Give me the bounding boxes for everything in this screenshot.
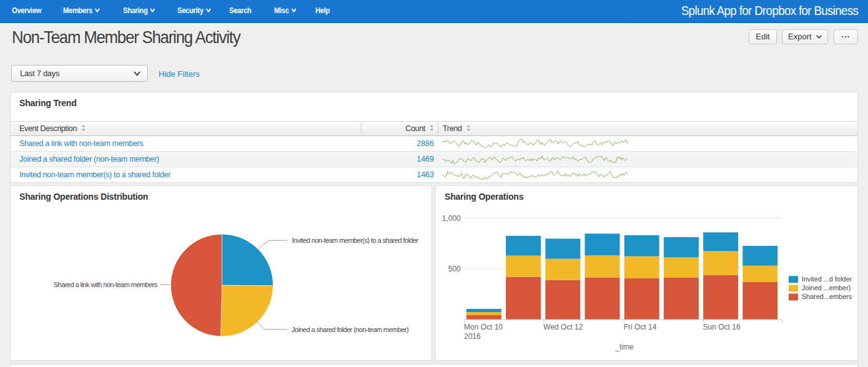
svg-text:Invited ...d folder: Invited ...d folder [802,275,852,283]
svg-text:Wed Oct 12: Wed Oct 12 [543,323,583,331]
svg-text:Invited non-team member(s) to: Invited non-team member(s) to a shared f… [292,237,419,244]
svg-text:Sun Oct 16: Sun Oct 16 [703,323,741,331]
svg-text:Shared...embers: Shared...embers [802,293,852,300]
svg-text:Joined a shared folder (non-te: Joined a shared folder (non-team member) [292,326,408,333]
svg-text:1,000: 1,000 [442,214,461,223]
svg-text:500: 500 [448,265,461,273]
svg-text:2016: 2016 [464,332,481,341]
svg-text:Joined ...ember): Joined ...ember) [802,284,851,291]
svg-text:_time: _time [614,343,634,351]
svg-text:Shared a link with non-team me: Shared a link with non-team members [54,281,158,288]
svg-text:Mon Oct 10: Mon Oct 10 [464,323,503,331]
svg-text:Fri Oct 14: Fri Oct 14 [624,323,657,331]
